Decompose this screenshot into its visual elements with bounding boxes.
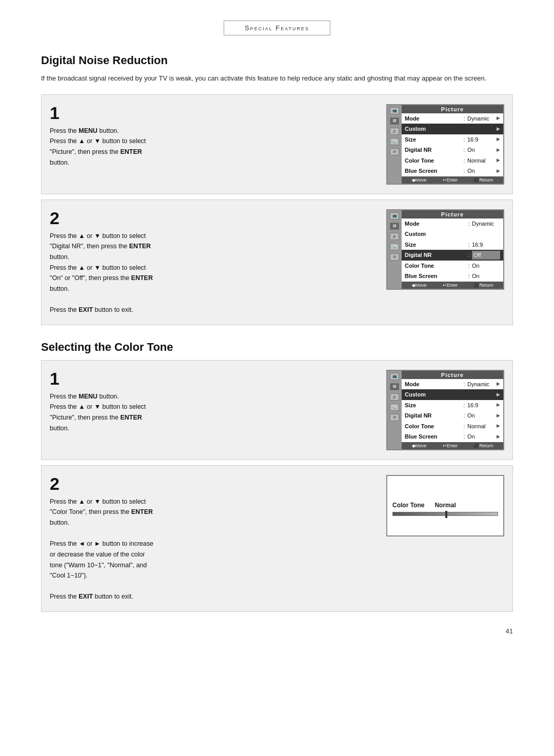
footer-enter-ct1: ↵Enter [443,443,458,448]
tv-row-custom-1: Custom ▶ [402,124,503,134]
color-tone-box: Color Tone Normal [386,475,504,536]
dnr-step-2-number: 2 [50,209,378,227]
tv-sidebar-ct-1: 📺 🖼 🔊 📡 ⚙ [387,371,402,449]
tv-icon-sound-ct1: 🔊 [390,393,399,401]
dnr-step-1-text: Press the MENU button. Press the ▲ or ▼ … [50,126,378,168]
footer-return-1: ⬛Return [473,177,493,183]
tv-icon-sound: 🔊 [390,128,399,135]
footer-move-1: ◆Move [412,177,427,183]
tv-icon-picture-2: 🖼 [390,223,399,230]
ct-step-2-left: 2 Press the ▲ or ▼ button to select "Col… [50,475,378,602]
tv-row-size-1: Size : 16:9 ▶ [402,134,503,145]
dnr-step-2-left: 2 Press the ▲ or ▼ button to select "Dig… [50,209,378,315]
tv-menu-ct-1: 📺 🖼 🔊 📡 ⚙ Picture Mode : Dynamic ▶ [386,370,504,450]
tv-icon-channel-2: 📡 [390,243,399,250]
tv-icon-picture-ct1: 🖼 [390,383,399,390]
ct-step-1-number: 1 [50,370,378,387]
dnr-step-1-left: 1 Press the MENU button. Press the ▲ or … [50,104,378,168]
tv-row-size-2: Size : 16:9 [402,240,503,250]
tv-content-ct-1: Picture Mode : Dynamic ▶ Custom ▶ [402,371,503,449]
page-number: 41 [41,627,513,635]
color-tone-marker [445,511,447,518]
ct-step-1: 1 Press the MENU button. Press the ▲ or … [41,360,513,460]
tv-icon-setup-2: ⚙ [390,253,399,261]
footer-enter-1: ↵Enter [443,177,458,183]
tv-icon-channel-ct1: 📡 [390,404,399,411]
footer-enter-2: ↵Enter [443,283,458,288]
section-title-dnr: Digital Noise Reduction [41,54,513,67]
dnr-step-2-menu: 📺 🖼 🔊 📡 ⚙ Picture Mode : Dynamic [386,209,504,290]
tv-row-colortone-2: Color Tone : On [402,261,503,271]
tv-row-mode-1: Mode : Dynamic ▶ [402,113,503,124]
dnr-step-1-menu: 📺 🖼 🔊 📡 ⚙ Picture Mode : Dynamic ▶ [386,104,504,185]
tv-icon-channel: 📡 [390,138,399,145]
ct-step-1-text: Press the MENU button. Press the ▲ or ▼ … [50,391,378,434]
tv-row-mode-2: Mode : Dynamic [402,218,503,229]
color-tone-value: Normal [434,502,456,509]
tv-row-ct-custom: Custom ▶ [402,389,503,400]
page-header: Special Features [41,21,513,35]
tv-icon-tv-ct1: 📺 [390,373,399,380]
tv-menu-header-dnr-2: Picture [402,210,503,218]
color-tone-label: Color Tone [392,502,424,509]
dnr-step-1-number: 1 [50,104,378,122]
tv-icon-sound-2: 🔊 [390,233,399,240]
tv-icon-tv-2: 📺 [390,212,399,220]
tv-row-custom-2: Custom [402,229,503,240]
section-color-tone: Selecting the Color Tone 1 Press the MEN… [41,341,513,612]
footer-move-2: ◆Move [412,283,427,288]
tv-row-colortone-1: Color Tone : Normal ▶ [402,155,503,166]
tv-menu-header-ct-1: Picture [402,371,503,379]
section-intro-dnr: If the broadcast signal received by your… [41,73,513,84]
tv-sidebar-dnr-1: 📺 🖼 🔊 📡 ⚙ [387,105,402,184]
tv-menu-header-dnr-1: Picture [402,105,503,113]
tv-row-bluescreen-2: Blue Screen : On [402,271,503,282]
page-header-title: Special Features [224,21,330,35]
tv-icon-setup-ct1: ⚙ [390,414,399,421]
footer-return-2: ⬛Return [473,283,493,288]
ct-step-2-text: Press the ▲ or ▼ button to select "Color… [50,496,378,602]
dnr-step-2: 2 Press the ▲ or ▼ button to select "Dig… [41,200,513,325]
tv-menu-dnr-1: 📺 🖼 🔊 📡 ⚙ Picture Mode : Dynamic ▶ [386,104,504,185]
tv-row-ct-mode: Mode : Dynamic ▶ [402,379,503,390]
tv-row-bluescreen-1: Blue Screen : On ▶ [402,166,503,176]
tv-footer-dnr-1: ◆Move ↵Enter ⬛Return [402,176,503,184]
tv-row-ct-size: Size : 16:9 ▶ [402,400,503,411]
dnr-step-2-text: Press the ▲ or ▼ button to select "Digit… [50,231,378,315]
tv-menu-dnr-2: 📺 🖼 🔊 📡 ⚙ Picture Mode : Dynamic [386,209,504,290]
tv-footer-dnr-2: ◆Move ↵Enter ⬛Return [402,282,503,289]
tv-footer-ct-1: ◆Move ↵Enter ⬛Return [402,442,503,449]
tv-icon-tv: 📺 [390,107,399,114]
tv-content-dnr-2: Picture Mode : Dynamic Custom Size [402,210,503,289]
tv-icon-setup: ⚙ [390,148,399,155]
tv-row-ct-bluescreen: Blue Screen : On ▶ [402,431,503,442]
ct-step-1-menu: 📺 🖼 🔊 📡 ⚙ Picture Mode : Dynamic ▶ [386,370,504,450]
section-digital-noise-reduction: Digital Noise Reduction If the broadcast… [41,54,513,325]
ct-step-2-display: Color Tone Normal [386,475,504,536]
ct-step-2-number: 2 [50,475,378,492]
tv-row-ct-colortone: Color Tone : Normal ▶ [402,421,503,432]
tv-row-dnr-1: Digital NR : On ▶ [402,145,503,155]
ct-step-1-left: 1 Press the MENU button. Press the ▲ or … [50,370,378,434]
footer-return-ct1: ⬛Return [473,443,493,448]
tv-content-dnr-1: Picture Mode : Dynamic ▶ Custom ▶ [402,105,503,184]
footer-move-ct1: ◆Move [412,443,427,448]
tv-row-dnr-2: Digital NR : Off [402,250,503,261]
section-title-ct: Selecting the Color Tone [41,341,513,354]
tv-row-ct-dnr: Digital NR : On ▶ [402,410,503,421]
color-tone-bar [392,512,498,516]
ct-step-2: 2 Press the ▲ or ▼ button to select "Col… [41,465,513,612]
dnr-step-1: 1 Press the MENU button. Press the ▲ or … [41,94,513,194]
color-tone-label-row: Color Tone Normal [392,502,498,509]
tv-sidebar-dnr-2: 📺 🖼 🔊 📡 ⚙ [387,210,402,289]
tv-icon-picture: 🖼 [390,117,399,125]
